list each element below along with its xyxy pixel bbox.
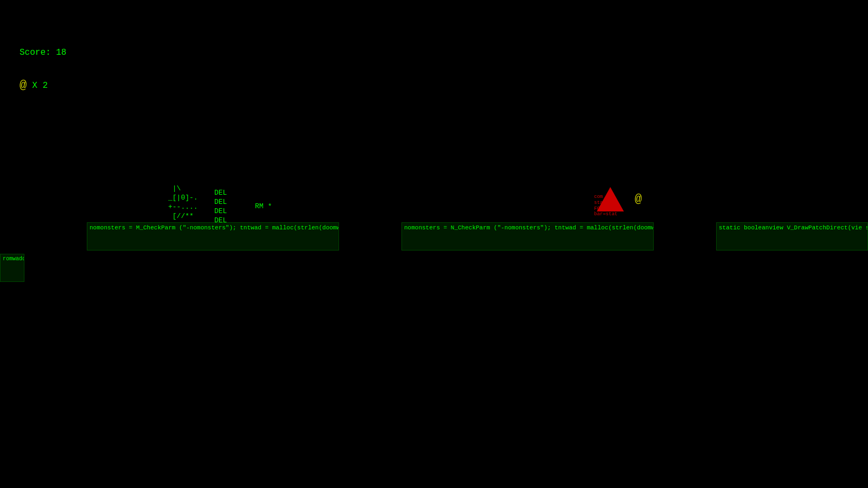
code-box-mid: nomonsters = N_CheckParm ("-nomonsters")… [401,222,654,251]
code-box-far-left: romwaddi viewwir nsolep: ate = G [0,254,24,282]
game-area: |\ _[|0]-. +--.... [//** DEL DEL DEL DEL… [0,0,868,314]
rm-label: RM * [255,202,272,210]
bottom-ui: printf(Command_List) jump shoot climb sh… [0,320,868,488]
player-character: |\ _[|0]-. +--.... [//** [168,184,198,221]
enemy-at-symbol: @ [635,192,642,206]
enemy-text: com static FOO( bar=stat [594,194,617,217]
code-box-left: nomonsters = M_CheckParm ("-nomonsters")… [87,222,339,251]
code-box-right: static booleanview V_DrawPatchDirect(vie… [716,222,868,251]
